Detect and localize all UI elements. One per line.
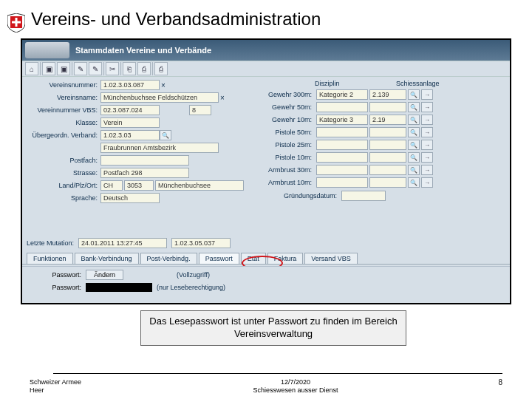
toolbar-btn-3[interactable]: ✎ — [74, 62, 87, 75]
tab-versand[interactable]: Versand VBS — [304, 253, 358, 264]
search-icon[interactable]: 🔍 — [408, 177, 420, 188]
tab-passwort[interactable]: Passwort — [199, 253, 239, 264]
klasse-label: Klasse: — [27, 119, 100, 126]
right-column: Disziplin Schiessanlage Gewehr 300m:Kate… — [263, 80, 505, 205]
toolbar-btn-7[interactable]: ⎙ — [137, 62, 151, 75]
sprache-label: Sprache: — [27, 194, 100, 202]
arrow-right-icon[interactable]: → — [421, 140, 433, 150]
uebergeordn-field[interactable]: 1.02.3.03 — [100, 130, 160, 140]
mutation-date-field: 24.01.2011 13:27:45 — [78, 238, 167, 248]
search-icon[interactable]: 🔍 — [408, 89, 420, 100]
vereinsname-field[interactable]: Münchenbuchsee Feldschützen — [100, 92, 219, 103]
vereinnummer-vbs-field[interactable]: 02.3.087.024 — [100, 105, 160, 115]
arrow-right-icon[interactable]: → — [421, 177, 433, 188]
ort-field[interactable]: Münchenbuchsee — [155, 180, 244, 191]
svg-rect-2 — [12, 21, 21, 24]
search-icon[interactable]: 🔍 — [408, 102, 420, 112]
toolbar-btn-4[interactable]: ✎ — [89, 62, 102, 75]
passwort-panel: Passwort: Ändern (Vollzugriff) Passwort:… — [22, 266, 510, 303]
land-plz-ort-label: Land/Plz/Ort: — [27, 182, 100, 189]
postfach-field[interactable] — [100, 155, 189, 166]
strasse-field[interactable]: Postfach 298 — [100, 168, 189, 178]
vollzugriff-label: (Vollzugriff) — [177, 271, 210, 279]
callout-box: Das Lesepasswort ist unter Passwort zu f… — [140, 310, 406, 346]
gruendungsdatum-label: Gründungsdatum: — [263, 192, 340, 200]
window-titlebar: Stammdaten Vereine und Verbände — [22, 40, 510, 61]
uebergeordn-label: Übergeordn. Verband: — [27, 132, 100, 139]
footer-center: 12/7/2020 Schiesswesen ausser Dienst — [253, 378, 338, 395]
tab-post[interactable]: Post-Verbindg. — [140, 253, 197, 264]
search-icon[interactable]: 🔍 — [408, 115, 420, 125]
arrow-right-icon[interactable]: → — [421, 165, 433, 175]
toolbar: ⌂ ▣ ▣ ✎ ✎ ✂ ⎗ ⎙ ⎙ — [22, 61, 510, 77]
toolbar-btn-2[interactable]: ▣ — [57, 62, 70, 75]
klasse-field[interactable]: Verein — [100, 117, 160, 128]
passwort-label-2: Passwort: — [27, 284, 81, 291]
footer-separator — [53, 373, 502, 374]
vereinsnummer-field[interactable]: 1.02.3.03.087 — [100, 80, 160, 90]
tab-bar: Funktionen Bank-Verbindung Post-Verbindg… — [22, 253, 510, 265]
passwort-field-hidden[interactable] — [86, 283, 152, 292]
aendern-button[interactable]: Ändern — [86, 270, 123, 280]
vereinsnummer-label: Vereinsnummer: — [27, 81, 100, 89]
arrow-right-icon[interactable]: → — [421, 115, 433, 125]
search-icon[interactable]: 🔍 — [408, 152, 420, 163]
postfach-label: Postfach: — [27, 157, 100, 164]
passwort-label-1: Passwort: — [27, 271, 81, 279]
sprache-field[interactable]: Deutsch — [100, 193, 160, 203]
toolbar-btn-8[interactable]: ⎙ — [154, 62, 168, 75]
app-logo — [25, 42, 69, 58]
tab-funktionen[interactable]: Funktionen — [27, 253, 73, 264]
page-number: 8 — [473, 378, 502, 395]
land-field[interactable]: CH — [100, 180, 123, 191]
arrow-right-icon[interactable]: → — [421, 152, 433, 163]
tab-faktura[interactable]: Faktura — [267, 253, 304, 264]
gruendungsdatum-field[interactable] — [341, 191, 386, 201]
schiessanlage-header: Schiessanlage — [396, 80, 440, 87]
toolbar-btn-6[interactable]: ⎗ — [123, 62, 136, 75]
arrow-right-icon[interactable]: → — [421, 89, 433, 100]
tab-etat[interactable]: Etat — [241, 253, 266, 264]
window-title: Stammdaten Vereine und Verbände — [75, 46, 211, 55]
toolbar-btn-1[interactable]: ▣ — [42, 62, 55, 75]
search-icon[interactable]: 🔍 — [408, 165, 420, 175]
left-column: Vereinsnummer:1.02.3.03.087× Vereinsname… — [27, 80, 256, 205]
plz-field[interactable]: 3053 — [124, 180, 154, 191]
arrow-right-icon[interactable]: → — [421, 127, 433, 137]
search-icon[interactable]: 🔍 — [408, 127, 420, 137]
tab-bank[interactable]: Bank-Verbindung — [75, 253, 139, 264]
footer-org: Schweizer Armee Heer — [30, 378, 118, 395]
leseberechtigung-label: (nur Leseberechtigung) — [157, 284, 225, 291]
strasse-label: Strasse: — [27, 169, 100, 177]
swiss-shield-logo — [7, 13, 25, 33]
home-icon[interactable]: ⌂ — [25, 62, 38, 75]
mutation-num-field: 1.02.3.05.037 — [171, 238, 231, 248]
vereinnummer-vbs-label: Vereinnummer VBS: — [27, 106, 100, 114]
arrow-right-icon[interactable]: → — [421, 102, 433, 112]
page-title: Vereins- und Verbandsadministration — [31, 9, 321, 30]
toolbar-btn-5[interactable]: ✂ — [106, 62, 119, 75]
app-window: Stammdaten Vereine und Verbände ⌂ ▣ ▣ ✎ … — [21, 38, 511, 304]
letzte-mutation: Letzte Mutation: 24.01.2011 13:27:45 1.0… — [27, 238, 231, 248]
vereinsname-label: Vereinsname: — [27, 94, 100, 101]
search-icon[interactable]: 🔍 — [408, 140, 420, 150]
lookup-icon[interactable]: 🔍 — [160, 130, 171, 140]
disziplin-header: Disziplin — [315, 80, 381, 87]
uebergeordn-name-field: Fraubrunnen Amtsbezirk — [100, 143, 219, 153]
vbs-extra-field[interactable]: 8 — [189, 105, 211, 115]
